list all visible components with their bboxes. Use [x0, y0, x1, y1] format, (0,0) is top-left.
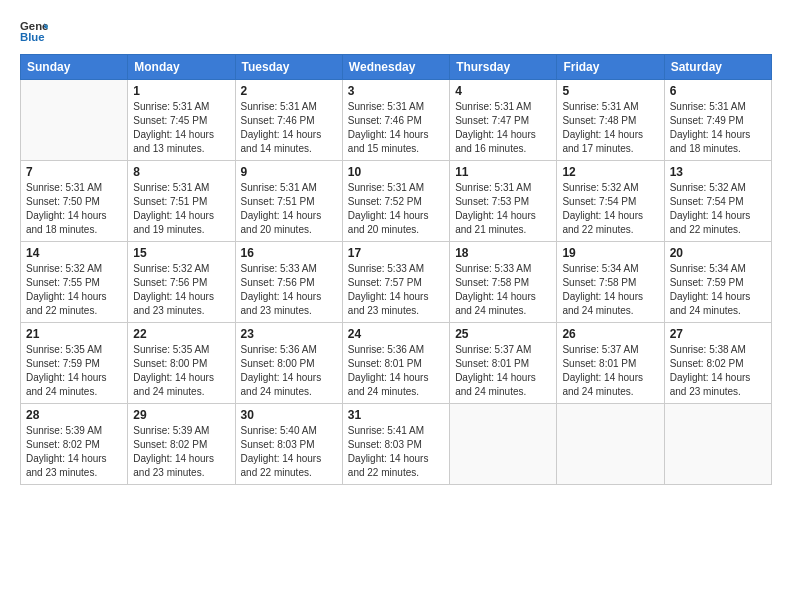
day-number: 2 [241, 84, 337, 98]
calendar-cell: 30Sunrise: 5:40 AM Sunset: 8:03 PM Dayli… [235, 404, 342, 485]
calendar-cell: 1Sunrise: 5:31 AM Sunset: 7:45 PM Daylig… [128, 80, 235, 161]
day-number: 20 [670, 246, 766, 260]
day-number: 28 [26, 408, 122, 422]
weekday-header: Friday [557, 55, 664, 80]
day-info: Sunrise: 5:31 AM Sunset: 7:51 PM Dayligh… [241, 181, 337, 237]
day-number: 5 [562, 84, 658, 98]
calendar-cell: 24Sunrise: 5:36 AM Sunset: 8:01 PM Dayli… [342, 323, 449, 404]
calendar-cell: 27Sunrise: 5:38 AM Sunset: 8:02 PM Dayli… [664, 323, 771, 404]
weekday-header: Wednesday [342, 55, 449, 80]
weekday-header: Sunday [21, 55, 128, 80]
day-info: Sunrise: 5:39 AM Sunset: 8:02 PM Dayligh… [26, 424, 122, 480]
day-info: Sunrise: 5:32 AM Sunset: 7:55 PM Dayligh… [26, 262, 122, 318]
day-info: Sunrise: 5:36 AM Sunset: 8:00 PM Dayligh… [241, 343, 337, 399]
day-number: 3 [348, 84, 444, 98]
calendar-cell: 6Sunrise: 5:31 AM Sunset: 7:49 PM Daylig… [664, 80, 771, 161]
day-number: 23 [241, 327, 337, 341]
calendar-cell: 19Sunrise: 5:34 AM Sunset: 7:58 PM Dayli… [557, 242, 664, 323]
day-info: Sunrise: 5:37 AM Sunset: 8:01 PM Dayligh… [455, 343, 551, 399]
calendar-cell: 14Sunrise: 5:32 AM Sunset: 7:55 PM Dayli… [21, 242, 128, 323]
day-info: Sunrise: 5:33 AM Sunset: 7:58 PM Dayligh… [455, 262, 551, 318]
day-number: 19 [562, 246, 658, 260]
day-number: 10 [348, 165, 444, 179]
day-info: Sunrise: 5:35 AM Sunset: 8:00 PM Dayligh… [133, 343, 229, 399]
calendar-cell: 17Sunrise: 5:33 AM Sunset: 7:57 PM Dayli… [342, 242, 449, 323]
day-info: Sunrise: 5:32 AM Sunset: 7:56 PM Dayligh… [133, 262, 229, 318]
day-number: 1 [133, 84, 229, 98]
day-info: Sunrise: 5:34 AM Sunset: 7:58 PM Dayligh… [562, 262, 658, 318]
calendar-week-row: 7Sunrise: 5:31 AM Sunset: 7:50 PM Daylig… [21, 161, 772, 242]
day-info: Sunrise: 5:31 AM Sunset: 7:52 PM Dayligh… [348, 181, 444, 237]
day-number: 31 [348, 408, 444, 422]
day-info: Sunrise: 5:31 AM Sunset: 7:46 PM Dayligh… [348, 100, 444, 156]
day-number: 21 [26, 327, 122, 341]
day-info: Sunrise: 5:36 AM Sunset: 8:01 PM Dayligh… [348, 343, 444, 399]
calendar-cell: 15Sunrise: 5:32 AM Sunset: 7:56 PM Dayli… [128, 242, 235, 323]
day-number: 27 [670, 327, 766, 341]
day-info: Sunrise: 5:41 AM Sunset: 8:03 PM Dayligh… [348, 424, 444, 480]
day-info: Sunrise: 5:32 AM Sunset: 7:54 PM Dayligh… [670, 181, 766, 237]
calendar-header-row: SundayMondayTuesdayWednesdayThursdayFrid… [21, 55, 772, 80]
calendar-cell [21, 80, 128, 161]
calendar-week-row: 14Sunrise: 5:32 AM Sunset: 7:55 PM Dayli… [21, 242, 772, 323]
weekday-header: Thursday [450, 55, 557, 80]
day-info: Sunrise: 5:32 AM Sunset: 7:54 PM Dayligh… [562, 181, 658, 237]
day-number: 8 [133, 165, 229, 179]
calendar-cell: 2Sunrise: 5:31 AM Sunset: 7:46 PM Daylig… [235, 80, 342, 161]
day-info: Sunrise: 5:35 AM Sunset: 7:59 PM Dayligh… [26, 343, 122, 399]
calendar-cell: 26Sunrise: 5:37 AM Sunset: 8:01 PM Dayli… [557, 323, 664, 404]
calendar-cell: 8Sunrise: 5:31 AM Sunset: 7:51 PM Daylig… [128, 161, 235, 242]
day-info: Sunrise: 5:38 AM Sunset: 8:02 PM Dayligh… [670, 343, 766, 399]
day-info: Sunrise: 5:31 AM Sunset: 7:46 PM Dayligh… [241, 100, 337, 156]
calendar-cell: 22Sunrise: 5:35 AM Sunset: 8:00 PM Dayli… [128, 323, 235, 404]
day-info: Sunrise: 5:40 AM Sunset: 8:03 PM Dayligh… [241, 424, 337, 480]
day-info: Sunrise: 5:31 AM Sunset: 7:50 PM Dayligh… [26, 181, 122, 237]
calendar-cell: 12Sunrise: 5:32 AM Sunset: 7:54 PM Dayli… [557, 161, 664, 242]
header: General Blue [20, 16, 772, 44]
day-info: Sunrise: 5:31 AM Sunset: 7:48 PM Dayligh… [562, 100, 658, 156]
calendar-cell: 10Sunrise: 5:31 AM Sunset: 7:52 PM Dayli… [342, 161, 449, 242]
day-info: Sunrise: 5:33 AM Sunset: 7:57 PM Dayligh… [348, 262, 444, 318]
day-number: 26 [562, 327, 658, 341]
day-number: 13 [670, 165, 766, 179]
day-number: 9 [241, 165, 337, 179]
day-number: 29 [133, 408, 229, 422]
day-number: 16 [241, 246, 337, 260]
day-number: 22 [133, 327, 229, 341]
calendar-cell: 16Sunrise: 5:33 AM Sunset: 7:56 PM Dayli… [235, 242, 342, 323]
day-info: Sunrise: 5:33 AM Sunset: 7:56 PM Dayligh… [241, 262, 337, 318]
day-info: Sunrise: 5:39 AM Sunset: 8:02 PM Dayligh… [133, 424, 229, 480]
calendar-week-row: 21Sunrise: 5:35 AM Sunset: 7:59 PM Dayli… [21, 323, 772, 404]
weekday-header: Saturday [664, 55, 771, 80]
calendar-cell: 9Sunrise: 5:31 AM Sunset: 7:51 PM Daylig… [235, 161, 342, 242]
page-container: General Blue SundayMondayTuesdayWednesda… [0, 0, 792, 495]
calendar-cell: 3Sunrise: 5:31 AM Sunset: 7:46 PM Daylig… [342, 80, 449, 161]
day-info: Sunrise: 5:31 AM Sunset: 7:47 PM Dayligh… [455, 100, 551, 156]
day-number: 11 [455, 165, 551, 179]
calendar-cell: 20Sunrise: 5:34 AM Sunset: 7:59 PM Dayli… [664, 242, 771, 323]
calendar-cell: 31Sunrise: 5:41 AM Sunset: 8:03 PM Dayli… [342, 404, 449, 485]
day-info: Sunrise: 5:31 AM Sunset: 7:49 PM Dayligh… [670, 100, 766, 156]
weekday-header: Monday [128, 55, 235, 80]
calendar-cell: 29Sunrise: 5:39 AM Sunset: 8:02 PM Dayli… [128, 404, 235, 485]
day-number: 6 [670, 84, 766, 98]
calendar-cell: 21Sunrise: 5:35 AM Sunset: 7:59 PM Dayli… [21, 323, 128, 404]
day-info: Sunrise: 5:34 AM Sunset: 7:59 PM Dayligh… [670, 262, 766, 318]
weekday-header: Tuesday [235, 55, 342, 80]
day-number: 24 [348, 327, 444, 341]
calendar-cell: 18Sunrise: 5:33 AM Sunset: 7:58 PM Dayli… [450, 242, 557, 323]
calendar-cell [664, 404, 771, 485]
calendar-week-row: 28Sunrise: 5:39 AM Sunset: 8:02 PM Dayli… [21, 404, 772, 485]
day-number: 18 [455, 246, 551, 260]
calendar-cell: 25Sunrise: 5:37 AM Sunset: 8:01 PM Dayli… [450, 323, 557, 404]
calendar-cell [450, 404, 557, 485]
day-number: 7 [26, 165, 122, 179]
calendar-cell: 23Sunrise: 5:36 AM Sunset: 8:00 PM Dayli… [235, 323, 342, 404]
calendar-cell [557, 404, 664, 485]
svg-text:Blue: Blue [20, 31, 45, 43]
logo-icon: General Blue [20, 16, 48, 44]
calendar-cell: 7Sunrise: 5:31 AM Sunset: 7:50 PM Daylig… [21, 161, 128, 242]
day-info: Sunrise: 5:31 AM Sunset: 7:45 PM Dayligh… [133, 100, 229, 156]
calendar-cell: 13Sunrise: 5:32 AM Sunset: 7:54 PM Dayli… [664, 161, 771, 242]
day-number: 14 [26, 246, 122, 260]
